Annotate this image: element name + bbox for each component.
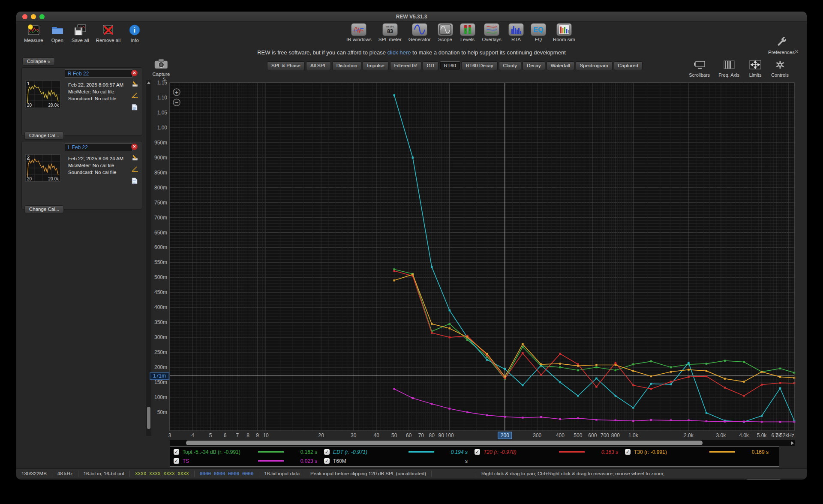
notes-document-icon[interactable] <box>132 177 138 186</box>
chart-horizontal-scrollbar[interactable] <box>170 440 795 446</box>
svg-text:1.00: 1.00 <box>157 125 168 131</box>
toolbar-button-overlays[interactable]: Overlays <box>482 23 502 42</box>
graph-button-controls[interactable]: Controls <box>771 58 789 78</box>
x-range-button[interactable]: 20 .. 20,000 <box>745 479 783 480</box>
graph-button-freq-axis[interactable]: Freq. Axis <box>718 58 739 78</box>
legend-checkbox[interactable]: ✓ <box>324 449 330 455</box>
toolbar-button-eq[interactable]: EQEQ <box>531 23 546 42</box>
graph-toolbar: ScrollbarsFreq. AxisLimitsControls <box>689 58 789 78</box>
zoom-window-button[interactable] <box>39 14 45 19</box>
measurement-panel[interactable]: L Feb 22✕22020.0kFeb 22, 2025 8:06:24 AM… <box>21 141 142 210</box>
measurement-panel[interactable]: R Feb 22✕12020.0kFeb 22, 2025 8:06:57 AM… <box>21 67 142 136</box>
svg-text:850m: 850m <box>154 170 167 176</box>
legend-checkbox[interactable]: ✓ <box>475 449 480 455</box>
overlays-icon <box>484 23 499 36</box>
toolbar-label: Scope <box>438 37 452 42</box>
measurement-thumbnail[interactable]: 22020.0k <box>25 154 60 182</box>
svg-text:60: 60 <box>406 432 412 438</box>
splmeter-icon: dB SPL83 <box>382 23 398 36</box>
tab-rt60[interactable]: RT60 <box>440 61 460 70</box>
svg-text:9: 9 <box>256 432 259 438</box>
close-window-button[interactable] <box>22 14 27 19</box>
toolbar-button-ir-windows[interactable]: IR windows <box>346 23 372 42</box>
toolbar-button-scope[interactable]: Scope <box>438 23 453 42</box>
legend-checkbox[interactable]: ✓ <box>174 458 179 464</box>
tab-spl-phase[interactable]: SPL & Phase <box>267 61 305 70</box>
legend-checkbox[interactable]: ✓ <box>625 449 631 455</box>
edit-notes-icon[interactable] <box>132 154 138 163</box>
toolbar-button-save-all[interactable]: Save all <box>72 23 89 43</box>
delete-measurement-button[interactable]: ✕ <box>131 70 138 76</box>
graph-button-scrollbars[interactable]: Scrollbars <box>689 58 710 78</box>
legend-item-t30: ✓T30 (r: -0.991)0.169 s <box>625 447 775 456</box>
legend-checkbox[interactable]: ✓ <box>324 458 330 464</box>
tab-distortion[interactable]: Distortion <box>332 61 362 70</box>
tab-spectrogram[interactable]: Spectrogram <box>576 61 613 70</box>
scroll-right-arrow-icon[interactable] <box>791 441 794 445</box>
svg-text:800m: 800m <box>154 185 167 191</box>
tab-filtered-ir[interactable]: Filtered IR <box>390 61 421 70</box>
graph-button-limits[interactable]: Limits <box>748 58 763 78</box>
graph-tabs: SPL & PhaseAll SPLDistortionImpulseFilte… <box>267 61 643 70</box>
close-icon[interactable]: ✕ <box>794 48 799 55</box>
measurement-thumbnail[interactable]: 12020.0k <box>25 81 60 108</box>
svg-text:550m: 550m <box>154 259 167 265</box>
svg-text:250m: 250m <box>154 349 167 355</box>
capture-button[interactable]: Capture <box>152 57 171 77</box>
legend-cursor-value: 0.162 s <box>287 449 317 455</box>
svg-text:2.0k: 2.0k <box>684 432 694 438</box>
svg-text:1.0k: 1.0k <box>628 432 639 438</box>
horizontal-scroll-thumb[interactable] <box>186 441 703 445</box>
thumbnail-freq-max: 20.0k <box>48 177 59 181</box>
svg-text:4.0k: 4.0k <box>739 432 749 438</box>
measurement-name-field[interactable]: L Feb 22 <box>65 143 132 151</box>
zoom-in-button[interactable]: + <box>173 89 180 96</box>
svg-text:100: 100 <box>445 432 454 438</box>
delete-measurement-button[interactable]: ✕ <box>131 144 138 150</box>
svg-text:8: 8 <box>246 432 249 438</box>
tab-waterfall[interactable]: Waterfall <box>547 61 574 70</box>
svg-text:+: + <box>175 89 178 96</box>
toolbar-button-open[interactable]: Open <box>50 23 65 43</box>
change-cal-button[interactable]: Change Cal... <box>24 132 64 140</box>
toolbar-button-remove-all[interactable]: Remove all <box>96 23 121 43</box>
change-cal-button[interactable]: Change Cal... <box>24 205 64 213</box>
edit-notes-icon[interactable] <box>132 81 138 89</box>
tab-captured[interactable]: Captured <box>614 61 643 70</box>
angle-icon[interactable] <box>132 93 138 100</box>
tab-gd[interactable]: GD <box>423 61 439 70</box>
svg-text:50m: 50m <box>157 409 167 415</box>
chart-canvas[interactable]: s1.151.101.051.00950m900m850m800m750m700… <box>144 76 800 445</box>
toolbar-button-measure[interactable]: Measure <box>24 23 43 43</box>
tab-rt60-decay[interactable]: RT60 Decay <box>462 61 498 70</box>
toolbar-button-levels[interactable]: Levels <box>460 23 475 42</box>
legend-label: TS <box>183 458 255 464</box>
toolbar-button-generator[interactable]: Generator <box>408 23 431 42</box>
toolbar-label: IR windows <box>346 37 372 42</box>
plot-background[interactable] <box>170 83 794 431</box>
toolbar-button-room-sim[interactable]: Room sim <box>553 23 575 42</box>
toolbar-button-rta[interactable]: RTA <box>508 23 524 42</box>
minimize-window-button[interactable] <box>31 14 36 19</box>
angle-icon[interactable] <box>132 166 138 174</box>
tab-decay[interactable]: Decay <box>523 61 545 70</box>
scrollbars-icon <box>692 58 707 72</box>
svg-text:800: 800 <box>611 432 620 438</box>
open-icon <box>50 23 65 37</box>
donation-link[interactable]: click here <box>387 49 411 56</box>
collapse-sidebar-button[interactable]: Collapse « <box>22 57 55 66</box>
notes-document-icon[interactable] <box>132 104 138 112</box>
toolbar-button-spl-meter[interactable]: dB SPL83SPL meter <box>378 23 402 42</box>
zoom-out-button[interactable]: − <box>173 99 180 106</box>
svg-text:20: 20 <box>318 432 324 438</box>
measurement-info: Feb 22, 2025 8:06:24 AMMic/Meter: No cal… <box>68 155 123 176</box>
toolbar-button-info[interactable]: iInfo <box>127 23 142 43</box>
roomsim-icon <box>556 23 572 36</box>
tab-impulse[interactable]: Impulse <box>363 61 388 70</box>
legend-checkbox[interactable]: ✓ <box>174 449 179 455</box>
svg-text:200m: 200m <box>154 364 167 370</box>
legend-item-t20: ✓T20 (r: -0.978)0.163 s <box>475 447 625 456</box>
tab-clarity[interactable]: Clarity <box>499 61 522 70</box>
measurement-name-field[interactable]: R Feb 22 <box>65 69 132 78</box>
tab-all-spl[interactable]: All SPL <box>306 61 331 70</box>
